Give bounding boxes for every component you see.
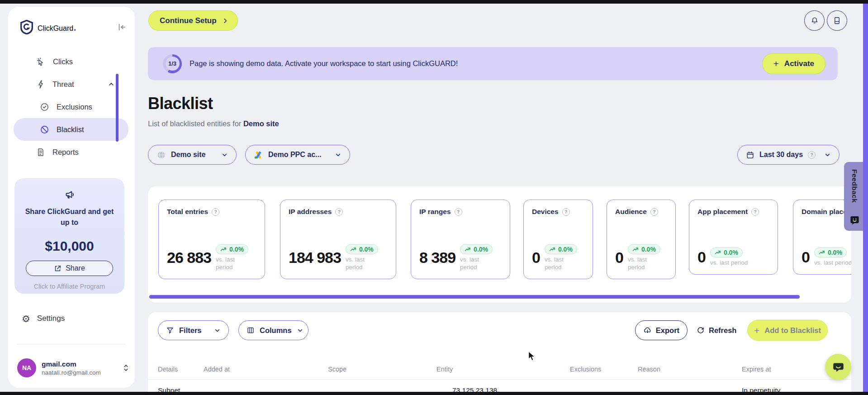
globe-icon [157,150,166,160]
trend-badge: 0.0% [628,244,660,254]
row-details-cell: Subnet [158,386,180,392]
trend-note: vs. last period [346,256,372,271]
sidebar-item-reports[interactable]: Reports [8,141,135,163]
help-icon[interactable] [455,208,462,216]
document-icon [36,148,45,157]
affiliate-link[interactable]: Click to Affiliate Program [14,283,124,290]
trend-note: vs. last period [216,256,242,271]
stat-value: 0 [532,249,540,267]
chat-launcher[interactable] [825,354,851,380]
stat-card-domain-placement: Domain placement 0 0.0% vs. last period [793,200,851,275]
stat-card-app-placement: App placement 0 0.0% vs. last period [689,200,778,275]
chevron-up-down-icon[interactable] [123,363,129,372]
subtitle-prefix: List of blacklisted entities for [148,119,243,128]
screen: ClickGuard. Clicks [0,0,868,395]
sidebar-item-blacklist[interactable]: Blacklist [14,118,128,141]
export-button[interactable]: Export [635,320,688,340]
stat-value: 0 [697,248,706,266]
add-to-blacklist-label: Add to Blacklist [764,326,821,335]
help-icon[interactable] [562,208,570,216]
date-range-selector[interactable]: Last 30 days [737,145,840,165]
activate-button[interactable]: + Activate [762,53,825,74]
stat-label: Total entries [167,208,256,216]
share-button[interactable]: Share [26,261,113,276]
chevron-up-icon[interactable] [108,81,115,88]
stat-label: IP ranges [419,208,502,216]
refresh-button[interactable]: Refresh [697,320,736,340]
demo-data-banner: 1/3 Page is showing demo data. Activate … [148,47,838,80]
sidebar-item-label: Blacklist [57,125,84,134]
help-icon[interactable] [212,208,219,216]
sidebar-item-label: Exclusions [57,103,92,111]
promo-amount: $10,000 [14,238,124,254]
trend-badge: 0.0% [216,244,248,254]
trend-up-icon [549,247,556,252]
setup-progress-ring: 1/3 [163,54,182,73]
help-icon[interactable] [650,208,658,216]
continue-setup-label: Continue Setup [160,16,217,25]
activate-label: Activate [784,59,814,68]
documentation-button[interactable] [827,10,847,31]
sidebar-scrollbar-thumb[interactable] [116,74,119,142]
help-icon[interactable] [335,208,343,216]
site-selector[interactable]: Demo site [148,145,237,165]
stat-value: 184 983 [289,249,341,267]
sidebar-divider [17,344,126,344]
columns-label: Columns [260,326,292,335]
trend-badge: 0.0% [545,244,577,254]
lightning-icon [36,80,45,89]
column-header-expires-at: Expires at [742,366,771,373]
account-email: naatali.ro@gmail.com [42,369,101,376]
feedback-tab[interactable]: Feedback [844,162,865,231]
table-header-divider [148,379,851,380]
columns-button[interactable]: Columns [238,320,308,340]
blacklist-table-panel: Filters Columns Export [148,312,851,392]
ppc-account-selector[interactable]: Demo PPC ac... [245,145,350,165]
chevron-right-icon [222,18,228,24]
chevron-down-icon [221,152,228,158]
stats-horizontal-scrollbar[interactable] [149,295,800,299]
chevron-down-icon [297,327,304,334]
add-to-blacklist-button[interactable]: + Add to Blacklist [747,320,828,341]
column-header-added-at: Added at [204,366,230,373]
setup-progress-step: 1/3 [166,57,180,71]
stat-value: 26 883 [167,249,211,267]
brand-dot: . [73,21,76,33]
trend-note: vs. last period [710,259,748,267]
chat-icon [832,361,844,373]
stats-panel: Total entries 26 883 0.0% vs. last perio… [148,186,851,303]
gear-icon: ⚙ [22,314,30,324]
trend-up-icon [350,247,357,252]
google-ads-icon [254,150,263,160]
trend-note: vs. last period [814,259,851,267]
window-bottom-edge [0,392,868,395]
sidebar-item-settings[interactable]: ⚙ Settings [22,312,65,325]
help-icon[interactable] [751,208,759,216]
clickguard-logo-icon [20,20,33,34]
sidebar-item-clicks[interactable]: Clicks [8,50,135,73]
notifications-button[interactable] [804,10,825,31]
plus-icon: + [754,326,759,335]
stat-value: 0 [615,249,623,267]
refresh-label: Refresh [709,326,736,335]
ban-icon [40,125,49,134]
sidebar-item-label: Reports [52,148,79,157]
column-header-reason: Reason [638,366,660,373]
continue-setup-button[interactable]: Continue Setup [148,10,238,31]
chevron-down-icon [824,152,831,158]
help-icon[interactable] [808,151,816,159]
logo-row: ClickGuard. [20,18,127,36]
stat-card-ip-ranges: IP ranges 8 389 0.0% vs. last period [411,200,510,279]
trend-badge: 0.0% [460,244,493,254]
trend-up-icon [715,250,721,255]
stat-value: 8 389 [419,249,455,267]
external-link-icon [54,265,62,272]
sidebar-collapse-button[interactable] [117,22,127,32]
filters-button[interactable]: Filters [158,320,229,340]
sidebar-item-label: Threat [52,80,74,89]
page-vertical-scrollbar[interactable] [863,4,868,392]
badge-check-icon [40,102,49,112]
account-switcher[interactable]: NA gmail.com naatali.ro@gmail.com [17,355,129,381]
trend-up-icon [819,250,825,255]
funnel-icon [166,326,174,334]
